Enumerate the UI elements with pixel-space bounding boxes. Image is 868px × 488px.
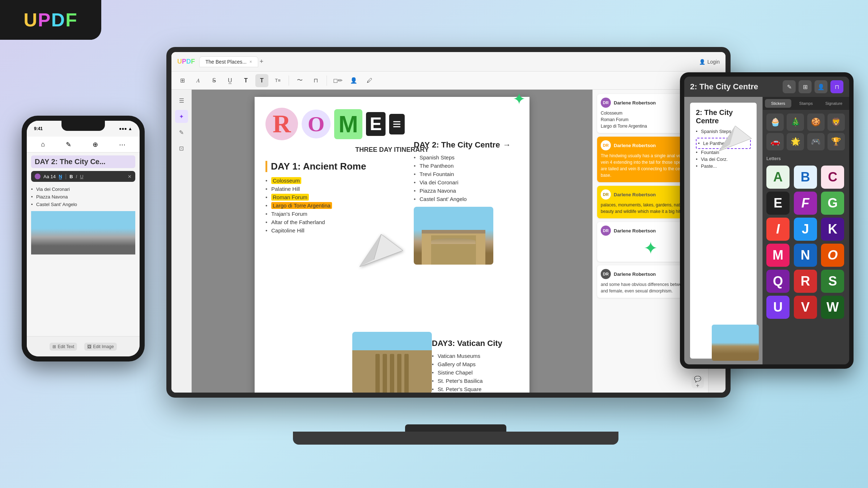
- sticker-4[interactable]: 🦁: [827, 114, 845, 131]
- toolbar-btn-t1[interactable]: T: [239, 74, 252, 87]
- sticker-7[interactable]: 🎮: [807, 133, 825, 150]
- letter-i[interactable]: I: [766, 218, 790, 241]
- letter-f[interactable]: F: [794, 192, 817, 215]
- letter-g[interactable]: G: [821, 192, 844, 215]
- phone-edit-image-btn[interactable]: 🖼 Edit Image: [84, 343, 116, 351]
- rome-letter-o: O: [302, 110, 331, 138]
- laptop-body: UPDF The Best Places... × + 👤 Login ⊞ 𝐴: [166, 47, 731, 398]
- tablet-pdf-area: 2: The City Centre Spanish Steps Le Pant…: [684, 97, 762, 364]
- day3-item-4: St. Peter's Basilica: [432, 377, 526, 385]
- letter-k[interactable]: K: [821, 218, 844, 241]
- letter-m[interactable]: M: [766, 244, 790, 267]
- phone-format-u[interactable]: U: [80, 174, 83, 179]
- day2-item-4: Via dei Coronari: [414, 178, 526, 187]
- phone-nav-home[interactable]: ⌂: [41, 141, 45, 148]
- phone-format-close[interactable]: ✕: [128, 174, 132, 179]
- sticker-2[interactable]: 🎄: [787, 114, 804, 131]
- sticker-tab-stamps[interactable]: Stamps: [793, 99, 819, 108]
- logo-p: P: [38, 9, 51, 30]
- phone-nav-share[interactable]: ⊕: [93, 141, 98, 149]
- phone-edit-text-btn[interactable]: ⊞ Edit Text: [50, 343, 77, 351]
- comment-4-author: Darlene Robertson: [614, 228, 656, 234]
- phone-format-n[interactable]: N̲: [59, 174, 62, 179]
- phone-nav-more[interactable]: ⋯: [119, 141, 125, 149]
- day1-item-2: Palatine Hill: [265, 185, 367, 193]
- toolbar-btn-wave[interactable]: 〜: [293, 74, 306, 87]
- sidebar-menu-btn[interactable]: ☰: [175, 94, 188, 107]
- phone-nav-edit[interactable]: ✎: [66, 141, 71, 149]
- toolbar-btn-strike[interactable]: S̶: [208, 74, 221, 87]
- day3-item-3: Sistine Chapel: [432, 368, 526, 377]
- sticker-3[interactable]: 🍪: [807, 114, 825, 131]
- toolbar-btn-underline[interactable]: U̲: [224, 74, 237, 87]
- pantheon-image: [414, 207, 493, 265]
- letter-n[interactable]: N: [794, 244, 817, 267]
- tablet-pencil-btn[interactable]: ✎: [783, 80, 796, 93]
- paper-plane: [359, 234, 403, 268]
- login-button[interactable]: 👤 Login: [699, 59, 720, 65]
- day2-title: DAY 2: The City Centre →: [414, 140, 526, 150]
- sticker-item-grid: 🧁 🎄 🍪 🦁 🚗 🌟 🎮 🏆: [763, 110, 849, 154]
- letter-q[interactable]: Q: [766, 270, 790, 293]
- sticker-6[interactable]: 🌟: [787, 133, 804, 150]
- letter-c[interactable]: C: [821, 166, 844, 189]
- tablet-header: 2: The City Centre ✎ ⊞ 👤 ⊓: [684, 77, 849, 97]
- letter-v[interactable]: V: [794, 296, 817, 319]
- letter-e[interactable]: E: [766, 192, 790, 215]
- letter-j[interactable]: J: [794, 218, 817, 241]
- app-titlebar: UPDF The Best Places... × + 👤 Login: [171, 52, 726, 72]
- sticker-5[interactable]: 🚗: [766, 133, 784, 150]
- tablet-layout-btn[interactable]: ⊞: [799, 80, 812, 93]
- sticker-tab-signature[interactable]: Signature: [821, 99, 847, 108]
- phone-font-size[interactable]: Aa 14: [43, 174, 56, 179]
- letter-b[interactable]: B: [794, 166, 817, 189]
- day1-item-4: Largo di Torre Argentina: [265, 201, 367, 210]
- sticker-tab-stickers[interactable]: Stickers: [765, 99, 791, 108]
- day2-item-3: Trevi Fountain: [414, 170, 526, 178]
- logo-d: D: [51, 9, 65, 30]
- comment-1-author: Darlene Robertson: [614, 100, 656, 106]
- comment-2-avatar: DR: [601, 140, 611, 150]
- phone-day2-header: DAY 2: The City Ce...: [31, 155, 135, 168]
- active-tab[interactable]: The Best Places... ×: [199, 56, 258, 67]
- letter-r[interactable]: R: [794, 270, 817, 293]
- tab-close-btn[interactable]: ×: [250, 59, 252, 64]
- tablet-device: 2: The City Centre ✎ ⊞ 👤 ⊓ 2: The City C…: [680, 72, 854, 369]
- toolbar-separator-2: [327, 76, 327, 86]
- new-tab-btn[interactable]: +: [260, 58, 264, 65]
- tab-title: The Best Places...: [205, 59, 247, 65]
- toolbar-btn-sign[interactable]: 🖊: [363, 74, 376, 87]
- toolbar-btn-user[interactable]: 👤: [347, 74, 360, 87]
- day1-item-5: Trajan's Forum: [265, 210, 367, 218]
- letter-s[interactable]: S: [821, 270, 844, 293]
- phone-format-b[interactable]: B: [69, 174, 73, 179]
- toolbar-btn-bracket[interactable]: ⊓: [309, 74, 322, 87]
- comment-4-avatar: DR: [601, 226, 611, 236]
- sticker-1[interactable]: 🧁: [766, 114, 784, 131]
- sticker-tab-bar: Stickers Stamps Signature: [763, 97, 849, 110]
- phone-list-item: Piazza Navona: [31, 193, 135, 201]
- phone-format-i[interactable]: I: [76, 174, 77, 179]
- pdf-page: R O M E ≡ ✦ THREE DAY ITINERARY DAY 1: A…: [255, 97, 529, 393]
- sticker-8[interactable]: 🏆: [827, 133, 845, 150]
- letter-o[interactable]: O: [821, 244, 844, 267]
- toolbar-btn-t3[interactable]: T≡: [271, 74, 284, 87]
- toolbar-btn-shapes[interactable]: ◻✏: [331, 74, 344, 87]
- toolbar-btn-2[interactable]: 𝐴: [192, 74, 205, 87]
- day3-title: DAY3: Vatican City: [432, 339, 526, 348]
- comment-add-btn[interactable]: 💬+: [692, 376, 704, 388]
- tablet-sticker-btn[interactable]: ⊓: [830, 80, 843, 93]
- day3-item-5: St. Peter's Square: [432, 385, 526, 393]
- letter-w[interactable]: W: [821, 296, 844, 319]
- phone-notch: [61, 121, 105, 131]
- letter-grid: A B C E F G I J K M N O Q R S U V: [763, 163, 849, 321]
- sidebar-highlight-btn[interactable]: ✦: [175, 110, 188, 123]
- toolbar-btn-t2[interactable]: T: [255, 74, 268, 87]
- letter-a[interactable]: A: [766, 166, 790, 189]
- sidebar-crop-btn[interactable]: ⊡: [175, 142, 188, 155]
- letter-u[interactable]: U: [766, 296, 790, 319]
- sidebar-edit-btn[interactable]: ✎: [175, 126, 188, 139]
- tablet-user-btn[interactable]: 👤: [814, 80, 827, 93]
- toolbar-btn-1[interactable]: ⊞: [176, 74, 189, 87]
- phone-time: 9:41: [34, 126, 43, 131]
